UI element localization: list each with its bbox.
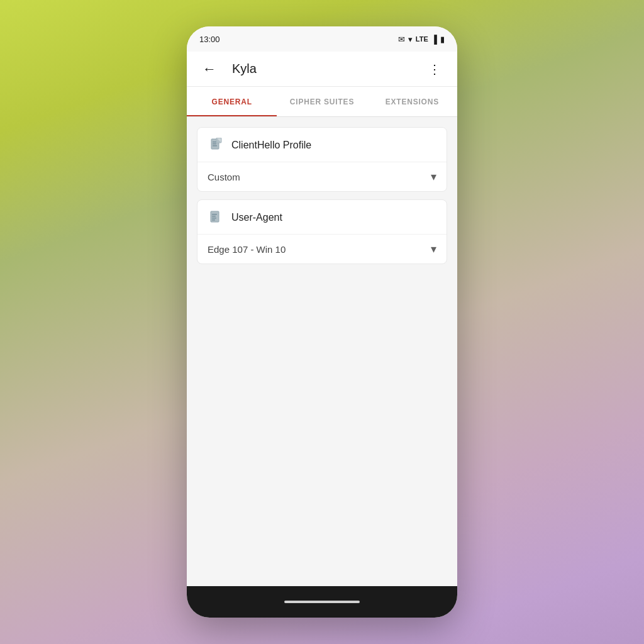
tab-cipher-suites[interactable]: CIPHER SUITES bbox=[277, 87, 367, 116]
useragent-icon bbox=[208, 209, 225, 226]
overflow-menu-button[interactable]: ⋮ bbox=[422, 57, 447, 82]
home-indicator bbox=[284, 601, 360, 603]
clienthello-dropdown-arrow-icon: ▾ bbox=[431, 170, 436, 184]
battery-icon: ▮ bbox=[440, 35, 445, 44]
lte-label: LTE bbox=[416, 35, 428, 43]
wifi-icon: ▾ bbox=[408, 35, 413, 44]
svg-rect-3 bbox=[213, 145, 217, 147]
useragent-dropdown-arrow-icon: ▾ bbox=[431, 242, 436, 256]
back-button[interactable]: ← bbox=[197, 57, 222, 82]
bottom-bar bbox=[187, 586, 457, 618]
svg-rect-7 bbox=[212, 216, 216, 217]
back-arrow-icon: ← bbox=[203, 62, 216, 76]
svg-rect-8 bbox=[212, 218, 216, 219]
signal-icon: ▐ bbox=[431, 35, 437, 44]
tabs-bar: GENERAL CIPHER SUITES EXTENSIONS bbox=[187, 87, 457, 117]
phone-frame: 13:00 ✉ ▾ LTE ▐ ▮ ← Kyla ⋮ GENERAL CIPHE… bbox=[187, 26, 457, 618]
useragent-value: Edge 107 - Win 10 bbox=[208, 244, 286, 255]
svg-rect-2 bbox=[213, 143, 216, 145]
clienthello-dropdown[interactable]: Custom ▾ bbox=[197, 162, 447, 191]
app-title: Kyla bbox=[232, 62, 412, 76]
clienthello-card-header: ClientHello Profile bbox=[197, 128, 447, 162]
overflow-icon: ⋮ bbox=[428, 62, 441, 77]
status-icons: ✉ ▾ LTE ▐ ▮ bbox=[398, 35, 445, 44]
useragent-title: User-Agent bbox=[231, 212, 282, 223]
useragent-card-header: User-Agent bbox=[197, 200, 447, 235]
clienthello-value: Custom bbox=[208, 172, 240, 182]
main-content: ClientHello Profile Custom ▾ bbox=[187, 117, 457, 586]
clienthello-title: ClientHello Profile bbox=[231, 140, 311, 151]
status-bar: 13:00 ✉ ▾ LTE ▐ ▮ bbox=[187, 26, 457, 52]
clienthello-card: ClientHello Profile Custom ▾ bbox=[197, 127, 447, 192]
useragent-dropdown[interactable]: Edge 107 - Win 10 ▾ bbox=[197, 235, 447, 264]
mail-icon: ✉ bbox=[398, 35, 405, 44]
status-time: 13:00 bbox=[199, 35, 220, 44]
svg-rect-9 bbox=[212, 219, 215, 221]
app-bar: ← Kyla ⋮ bbox=[187, 52, 457, 87]
useragent-card: User-Agent Edge 107 - Win 10 ▾ bbox=[197, 199, 447, 264]
tab-extensions[interactable]: EXTENSIONS bbox=[367, 87, 457, 116]
tab-general[interactable]: GENERAL bbox=[187, 87, 277, 116]
clienthello-icon bbox=[208, 136, 225, 154]
svg-rect-6 bbox=[212, 214, 217, 215]
